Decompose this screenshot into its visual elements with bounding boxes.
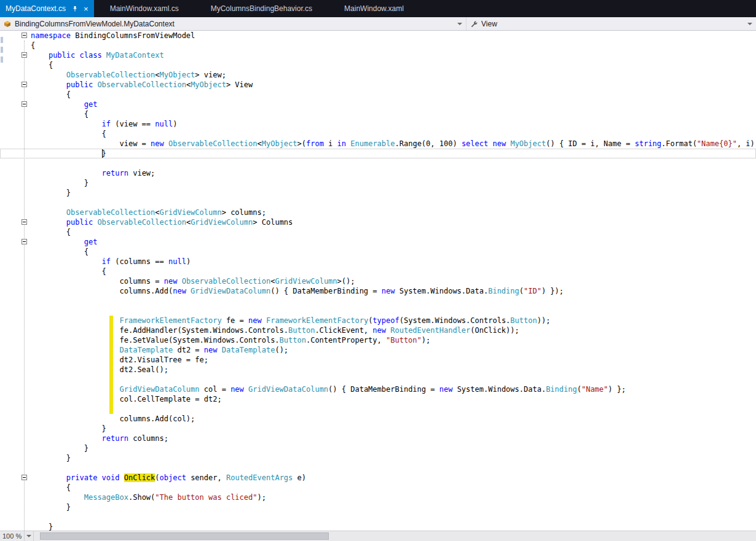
code-line[interactable]: {	[0, 267, 756, 276]
code-line[interactable]	[0, 512, 756, 522]
fold-toggle-icon[interactable]	[22, 239, 27, 244]
navigation-bar: BindingColumnsFromViewModel.MyDataContex…	[0, 17, 756, 31]
code-token: Enumerable	[350, 139, 395, 148]
code-editor[interactable]: namespace BindingColumnsFromViewModel{ p…	[0, 31, 756, 531]
code-line[interactable]	[0, 375, 756, 384]
code-line[interactable]: {	[0, 129, 756, 139]
zoom-control[interactable]: 100 %	[0, 531, 34, 541]
code-line[interactable]: FrameworkElementFactory fe = new Framewo…	[0, 316, 756, 325]
code-line[interactable]: {	[0, 227, 756, 237]
code-line[interactable]: }	[0, 178, 756, 188]
code-line[interactable]	[0, 296, 756, 306]
code-line[interactable]: }	[0, 522, 756, 531]
code-line[interactable]: get	[0, 99, 756, 109]
code-line[interactable]: {	[0, 41, 756, 50]
code-line[interactable]: MessageBox.Show("The button was cliced")…	[0, 492, 756, 502]
code-token: (OnClick));	[470, 326, 519, 335]
fold-toggle-icon[interactable]	[22, 475, 27, 480]
code-line[interactable]: if (view == null)	[0, 119, 756, 129]
code-line[interactable]: ObservableCollection<MyObject> view;	[0, 70, 756, 80]
code-line[interactable]: columns = new ObservableCollection<GridV…	[0, 276, 756, 286]
scrollbar-thumb[interactable]	[40, 532, 329, 540]
code-line[interactable]	[0, 198, 756, 208]
code-token: "The button was cliced"	[155, 493, 257, 502]
code-token: new	[248, 316, 262, 325]
code-line[interactable]: {	[0, 90, 756, 99]
code-token: MyObject	[510, 139, 546, 148]
code-token: ObservableCollection	[168, 139, 258, 148]
fold-toggle-icon[interactable]	[22, 33, 27, 38]
code-line[interactable]: }	[0, 443, 756, 453]
code-token	[31, 257, 102, 266]
code-line[interactable]: {	[0, 109, 756, 119]
code-line[interactable]: if (columns == null)	[0, 257, 756, 267]
code-line[interactable]: private void OnClick(object sender, Rout…	[0, 473, 756, 483]
code-line[interactable]: ObservableCollection<GridViewColumn> col…	[0, 208, 756, 217]
code-token: new	[492, 139, 506, 148]
code-token: MyObject	[262, 139, 297, 148]
document-tab[interactable]: MyColumnsBindingBehavior.cs	[195, 0, 328, 17]
code-token: (	[577, 385, 581, 394]
code-line[interactable]: GridViewDataColumn col = new GridViewDat…	[0, 384, 756, 394]
fold-toggle-icon[interactable]	[22, 219, 27, 225]
tab-label: MyDataContext.cs	[6, 4, 66, 13]
code-line[interactable]: dt2.VisualTree = fe;	[0, 355, 756, 365]
code-token: MessageBox	[84, 493, 128, 502]
code-line[interactable]: }	[0, 424, 756, 434]
code-line[interactable]: view = new ObservableCollection<MyObject…	[0, 139, 756, 149]
code-token	[97, 473, 101, 482]
pin-icon[interactable]	[72, 6, 78, 12]
code-token	[31, 51, 49, 60]
code-line[interactable]: }	[0, 188, 756, 198]
member-dropdown[interactable]: View	[466, 17, 756, 30]
code-line[interactable]: fe.SetValue(System.Windows.Controls.Butt…	[0, 335, 756, 345]
code-token: > View	[226, 80, 253, 89]
code-token: {	[31, 90, 71, 99]
horizontal-scrollbar[interactable]	[34, 531, 756, 541]
code-token: }	[31, 149, 106, 158]
change-tracking-bar	[109, 384, 113, 394]
code-line[interactable]	[0, 404, 756, 414]
code-line[interactable]: get	[0, 237, 756, 247]
code-line[interactable]: public ObservableCollection<MyObject> Vi…	[0, 80, 756, 90]
code-line[interactable]	[0, 306, 756, 316]
document-tab[interactable]: MyDataContext.cs×	[0, 0, 94, 17]
fold-toggle-icon[interactable]	[22, 82, 27, 87]
code-line[interactable]: DataTemplate dt2 = new DataTemplate();	[0, 345, 756, 355]
code-token	[31, 100, 84, 109]
code-line[interactable]: namespace BindingColumnsFromViewModel	[0, 31, 756, 41]
code-line[interactable]: {	[0, 60, 756, 70]
fold-toggle-icon[interactable]	[22, 52, 27, 58]
code-line[interactable]	[0, 463, 756, 473]
code-token: }	[31, 179, 89, 187]
code-token: GridViewDataColumn	[248, 385, 328, 394]
code-line[interactable]: fe.AddHandler(System.Windows.Controls.Bu…	[0, 325, 756, 335]
close-icon[interactable]: ×	[84, 5, 89, 13]
code-line[interactable]: }	[0, 502, 756, 512]
code-line[interactable]: columns.Add(col);	[0, 414, 756, 424]
code-line[interactable]: return view;	[0, 168, 756, 178]
code-token	[75, 51, 79, 60]
document-tab[interactable]: MainWindow.xaml.cs	[94, 0, 195, 17]
code-line[interactable]: {	[0, 483, 756, 492]
code-line[interactable]: columns.Add(new GridViewDataColumn() { D…	[0, 286, 756, 296]
code-line[interactable]	[0, 158, 756, 168]
code-line[interactable]: public class MyDataContext	[0, 50, 756, 60]
code-line[interactable]: }	[0, 149, 756, 158]
document-tab[interactable]: MainWindow.xaml	[328, 0, 420, 17]
code-token: (view ==	[111, 120, 155, 128]
code-token: GridViewDataColumn	[120, 385, 200, 394]
code-lines: namespace BindingColumnsFromViewModel{ p…	[0, 31, 756, 531]
code-line[interactable]: public ObservableCollection<GridViewColu…	[0, 217, 756, 227]
code-line[interactable]: return columns;	[0, 434, 756, 443]
code-token: new	[230, 385, 244, 394]
code-token: , i) });	[737, 139, 756, 148]
type-dropdown[interactable]: BindingColumnsFromViewModel.MyDataContex…	[0, 17, 466, 30]
fold-toggle-icon[interactable]	[22, 101, 27, 107]
code-line[interactable]: }	[0, 453, 756, 463]
code-token: ();	[275, 346, 288, 354]
code-line[interactable]: {	[0, 247, 756, 257]
code-line[interactable]: dt2.Seal();	[0, 365, 756, 375]
code-token: void	[102, 473, 120, 482]
code-line[interactable]: col.CellTemplate = dt2;	[0, 394, 756, 404]
